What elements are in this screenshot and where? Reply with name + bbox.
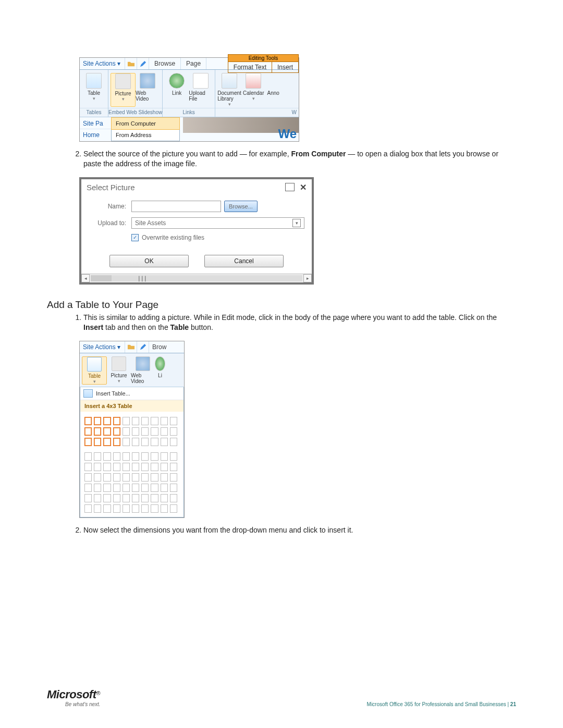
grid-cell[interactable] bbox=[161, 484, 168, 492]
grid-cell[interactable] bbox=[170, 494, 177, 502]
grid-cell[interactable] bbox=[141, 463, 149, 471]
grid-cell[interactable] bbox=[141, 484, 149, 492]
grid-cell[interactable] bbox=[170, 463, 177, 471]
grid-cell[interactable] bbox=[84, 484, 92, 492]
grid-cell[interactable] bbox=[84, 427, 92, 436]
grid-cell[interactable] bbox=[113, 417, 120, 425]
document-library-button[interactable]: Document Library▾ bbox=[217, 73, 241, 107]
announcements-button[interactable]: Anno bbox=[265, 73, 281, 107]
tab-page[interactable]: Page bbox=[181, 58, 206, 69]
grid-cell[interactable] bbox=[151, 473, 158, 482]
grid-cell[interactable] bbox=[141, 438, 149, 446]
grid-cell[interactable] bbox=[132, 494, 139, 502]
grid-cell[interactable] bbox=[132, 473, 139, 482]
grid-cell[interactable] bbox=[170, 427, 177, 436]
browse-button[interactable]: Browse... bbox=[224, 201, 258, 212]
overwrite-checkbox[interactable]: ✓ bbox=[131, 234, 139, 241]
grid-cell[interactable] bbox=[170, 504, 177, 513]
cancel-button[interactable]: Cancel bbox=[204, 255, 284, 267]
grid-cell[interactable] bbox=[161, 463, 168, 471]
grid-cell[interactable] bbox=[84, 452, 92, 461]
grid-cell[interactable] bbox=[94, 473, 101, 482]
grid-cell[interactable] bbox=[123, 504, 130, 513]
grid-cell[interactable] bbox=[123, 417, 130, 425]
grid-cell[interactable] bbox=[132, 427, 139, 436]
grid-cell[interactable] bbox=[151, 504, 158, 513]
edit-icon[interactable] bbox=[137, 58, 149, 69]
grid-cell[interactable] bbox=[123, 427, 130, 436]
table-size-grid[interactable] bbox=[80, 412, 183, 517]
menu-from-address[interactable]: From Address bbox=[112, 129, 179, 141]
grid-cell[interactable] bbox=[113, 427, 120, 436]
grid-cell[interactable] bbox=[170, 484, 177, 492]
grid-cell[interactable] bbox=[94, 417, 101, 425]
grid-cell[interactable] bbox=[103, 438, 111, 446]
grid-cell[interactable] bbox=[141, 452, 149, 461]
close-icon[interactable]: ✕ bbox=[300, 182, 307, 192]
link-button[interactable]: Link bbox=[165, 73, 189, 107]
grid-cell[interactable] bbox=[94, 494, 101, 502]
grid-cell[interactable] bbox=[103, 417, 111, 425]
upload-file-button[interactable]: Upload File bbox=[189, 73, 213, 107]
grid-cell[interactable] bbox=[132, 504, 139, 513]
tab-browse-2[interactable]: Brow bbox=[149, 343, 169, 351]
grid-cell[interactable] bbox=[113, 473, 120, 482]
grid-cell[interactable] bbox=[170, 438, 177, 446]
grid-cell[interactable] bbox=[103, 463, 111, 471]
grid-cell[interactable] bbox=[103, 484, 111, 492]
grid-cell[interactable] bbox=[161, 417, 168, 425]
grid-cell[interactable] bbox=[113, 452, 120, 461]
grid-cell[interactable] bbox=[141, 504, 149, 513]
grid-cell[interactable] bbox=[151, 494, 158, 502]
grid-cell[interactable] bbox=[113, 504, 120, 513]
grid-cell[interactable] bbox=[132, 484, 139, 492]
grid-cell[interactable] bbox=[123, 494, 130, 502]
name-input[interactable] bbox=[131, 201, 221, 212]
grid-cell[interactable] bbox=[141, 473, 149, 482]
grid-cell[interactable] bbox=[132, 463, 139, 471]
grid-cell[interactable] bbox=[170, 417, 177, 425]
grid-cell[interactable] bbox=[113, 494, 120, 502]
grid-cell[interactable] bbox=[151, 438, 158, 446]
grid-cell[interactable] bbox=[123, 463, 130, 471]
grid-cell[interactable] bbox=[84, 473, 92, 482]
web-video-button-2[interactable]: Web Video bbox=[131, 356, 155, 385]
grid-cell[interactable] bbox=[161, 504, 168, 513]
grid-cell[interactable] bbox=[123, 452, 130, 461]
grid-cell[interactable] bbox=[141, 494, 149, 502]
grid-cell[interactable] bbox=[94, 463, 101, 471]
grid-cell[interactable] bbox=[94, 427, 101, 436]
grid-cell[interactable] bbox=[151, 484, 158, 492]
grid-cell[interactable] bbox=[84, 438, 92, 446]
grid-cell[interactable] bbox=[103, 452, 111, 461]
grid-cell[interactable] bbox=[141, 427, 149, 436]
grid-cell[interactable] bbox=[161, 473, 168, 482]
grid-cell[interactable] bbox=[132, 417, 139, 425]
grid-cell[interactable] bbox=[170, 473, 177, 482]
grid-cell[interactable] bbox=[84, 417, 92, 425]
grid-cell[interactable] bbox=[103, 427, 111, 436]
site-actions-menu[interactable]: Site Actions ▾ bbox=[80, 58, 125, 69]
scroll-right-icon[interactable]: ▸ bbox=[303, 274, 312, 282]
grid-cell[interactable] bbox=[132, 438, 139, 446]
site-actions-menu-2[interactable]: Site Actions ▾ bbox=[80, 341, 125, 353]
upload-to-select[interactable]: Site Assets ▾ bbox=[131, 217, 304, 229]
ok-button[interactable]: OK bbox=[109, 255, 189, 267]
grid-cell[interactable] bbox=[151, 452, 158, 461]
grid-cell[interactable] bbox=[84, 494, 92, 502]
picture-button-2[interactable]: Picture▾ bbox=[107, 356, 131, 385]
grid-cell[interactable] bbox=[151, 417, 158, 425]
grid-cell[interactable] bbox=[113, 438, 120, 446]
grid-cell[interactable] bbox=[123, 438, 130, 446]
tab-browse[interactable]: Browse bbox=[149, 58, 181, 69]
folder-icon[interactable] bbox=[125, 341, 137, 353]
nav-home[interactable]: Home bbox=[80, 129, 111, 141]
grid-cell[interactable] bbox=[141, 417, 149, 425]
grid-cell[interactable] bbox=[123, 473, 130, 482]
grid-cell[interactable] bbox=[94, 484, 101, 492]
grid-cell[interactable] bbox=[84, 463, 92, 471]
grid-cell[interactable] bbox=[170, 452, 177, 461]
grid-cell[interactable] bbox=[151, 463, 158, 471]
insert-table-menu-item[interactable]: Insert Table... bbox=[80, 387, 183, 400]
table-button-2[interactable]: Table▾ bbox=[82, 356, 107, 385]
